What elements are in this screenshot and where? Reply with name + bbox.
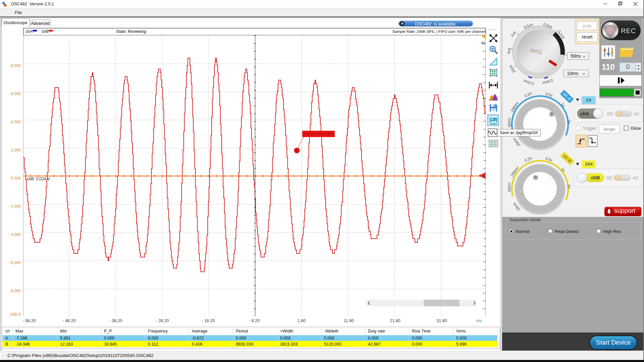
svg-text:0: 0 — [296, 149, 298, 153]
svg-text:B: B — [483, 174, 485, 178]
svg-text:0.87ms chB 1.83V: 0.87ms chB 1.83V — [304, 132, 334, 136]
